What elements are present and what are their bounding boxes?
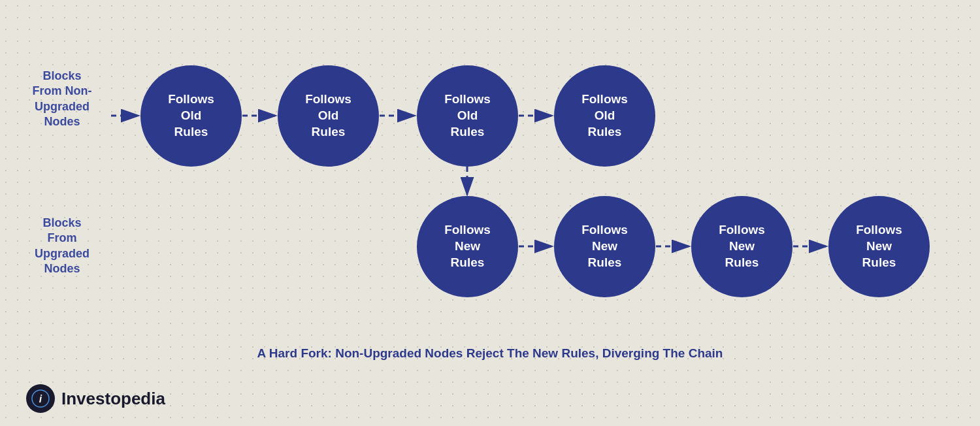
circle-old-3: FollowsOldRules [417, 65, 518, 167]
diagram-container: BlocksFrom Non-UpgradedNodes BlocksFromU… [0, 0, 980, 426]
circle-new-3: FollowsNewRules [691, 196, 792, 297]
logo-icon: i [26, 384, 55, 413]
label-top: BlocksFrom Non-UpgradedNodes [20, 69, 105, 130]
logo-text: Investopedia [61, 389, 165, 409]
circle-new-1: FollowsNewRules [417, 196, 518, 297]
circle-old-2: FollowsOldRules [278, 65, 379, 167]
caption: A Hard Fork: Non-Upgraded Nodes Reject T… [0, 346, 980, 361]
circle-old-1: FollowsOldRules [140, 65, 242, 167]
label-bottom: BlocksFromUpgradedNodes [20, 216, 105, 277]
svg-text:i: i [39, 393, 42, 404]
circle-new-2: FollowsNewRules [554, 196, 655, 297]
circle-old-4: FollowsOldRules [554, 65, 655, 167]
logo-area: i Investopedia [26, 384, 165, 413]
circle-new-4: FollowsNewRules [828, 196, 930, 297]
